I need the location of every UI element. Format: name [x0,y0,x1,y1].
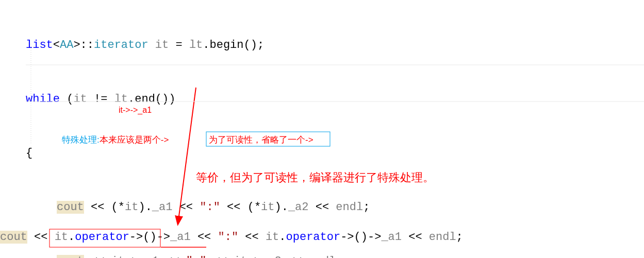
tok: lt [114,93,128,106]
tok: << [206,255,234,258]
tok: _a1 [152,201,173,214]
tok: it [155,39,169,51]
tok: while [26,93,60,106]
tok: ( [60,93,73,106]
tok: endl [429,231,456,244]
tok: ":" [218,231,239,244]
tok: _a2 [288,201,309,214]
code-line-1: list<AA>::iterator it = lt.begin(); [0,36,644,54]
tok: { [26,147,32,160]
tok: it [55,231,68,244]
tok: it [266,231,279,244]
tok: ; [456,231,463,244]
annotation-readability-box-text: 为了可读性，省略了一个-> [209,134,313,146]
tok: .begin(); [203,39,264,51]
annotation-special-prefix: 特殊处理: [62,135,100,145]
tok: _a1 [138,255,159,258]
tok: it [125,201,138,214]
tok: it [261,201,274,214]
tok [148,39,155,51]
tok: ). [138,201,152,214]
tok: << [84,255,111,258]
tok: -> [125,255,138,258]
tok: << [282,255,309,258]
tok: operator [75,231,129,244]
annotation-special: 特殊处理:本来应该是两个-> [62,134,169,146]
tok: >:: [73,39,94,51]
annotation-special-text: 本来应该是两个-> [100,135,169,145]
tok: iterator [94,39,148,51]
tok: .end()) [128,93,175,106]
tok: _a1 [170,231,191,244]
tok: << [191,231,218,244]
code-line-bottom: cout << it.operator->()->_a1 << ":" << i… [0,231,463,244]
code-line-2: while (it != lt.end()) [0,90,644,108]
tok: << [159,255,186,258]
tok: << (* [84,201,125,214]
tok: it [73,93,87,106]
tok: it [111,255,125,258]
tok: << [402,231,429,244]
tok: it [234,255,247,258]
tok: < [53,39,60,51]
tok: << [172,201,200,214]
tok: ; [363,201,370,214]
tok: AA [60,39,73,51]
annotation-arrow-label: it->->_a1 [119,106,152,115]
tok: << [238,231,266,244]
tok-cout: cout [57,255,84,258]
code-editor: list<AA>::iterator it = lt.begin(); whil… [0,0,644,258]
code-line-3: { [0,144,644,162]
tok: -> [247,255,261,258]
tok: ":" [200,201,220,214]
tok: != [87,93,114,106]
tok: . [68,231,75,244]
tok: endl [336,201,363,214]
tok: list [26,39,53,51]
tok: ->()-> [129,231,170,244]
tok: << [309,201,336,214]
tok: lt [189,39,203,51]
annotation-equivalence: 等价，但为了可读性，编译器进行了特殊处理。 [196,170,434,185]
tok: << [27,231,55,244]
tok: ":" [186,255,207,258]
tok: ). [275,201,288,214]
tok: ->()-> [340,231,381,244]
tok: _a1 [381,231,402,244]
tok: . [279,231,286,244]
tok: ; [336,255,342,258]
tok-cout: cout [0,231,27,244]
code-line-4: cout << (*it)._a1 << ":" << (*it)._a2 <<… [0,198,644,216]
tok: << (* [220,201,261,214]
tok-cout: cout [57,201,84,214]
tok: _a2 [261,255,282,258]
tok: = [169,39,189,51]
code-line-5: cout << it->_a1 << ":" << it->_a2 << end… [0,252,644,258]
tok: endl [309,255,336,258]
tok: operator [286,231,341,244]
